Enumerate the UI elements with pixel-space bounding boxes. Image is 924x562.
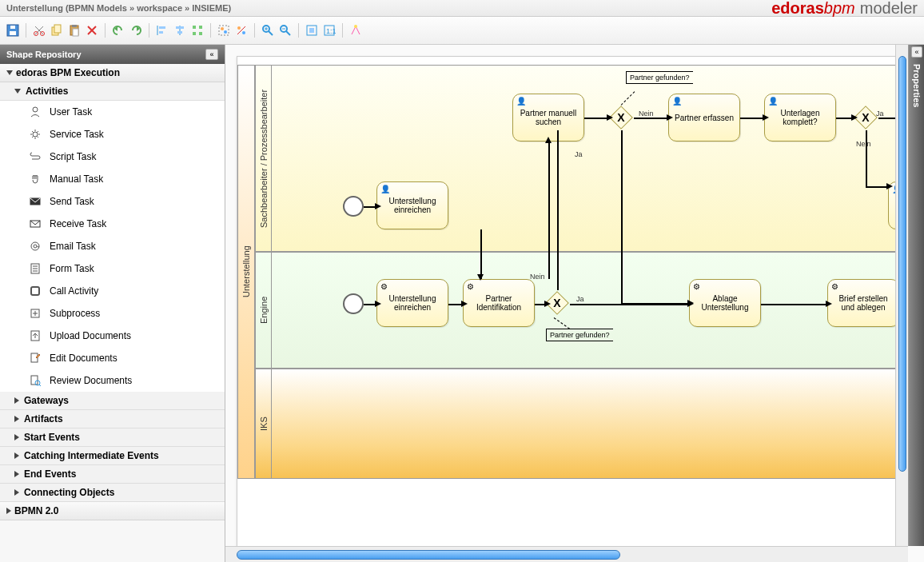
bpmn-task[interactable]: 👤Unterstellung einreichen xyxy=(376,181,448,229)
arrow-icon xyxy=(667,114,673,121)
shape-item[interactable]: Manual Task xyxy=(0,168,225,190)
svg-point-43 xyxy=(33,132,38,137)
svg-rect-60 xyxy=(31,287,39,295)
sequence-flow[interactable] xyxy=(866,186,888,188)
gear-icon xyxy=(29,128,42,141)
shape-item[interactable]: Upload Documents xyxy=(0,325,225,347)
paste-icon[interactable] xyxy=(68,24,81,37)
save-icon[interactable] xyxy=(6,24,19,37)
shape-item[interactable]: Script Task xyxy=(0,145,225,168)
horizontal-scrollbar[interactable] xyxy=(225,546,908,562)
undo-icon[interactable] xyxy=(112,24,125,37)
svg-line-35 xyxy=(286,31,290,35)
hand-icon xyxy=(29,173,42,185)
sequence-flow[interactable] xyxy=(634,118,668,119)
tree-group[interactable]: edoras BPM Execution xyxy=(0,64,225,82)
text-annotation[interactable]: Partner gefunden? xyxy=(626,71,693,84)
chevron-icon xyxy=(14,416,19,422)
bpmn-task[interactable]: 👤Partner manuell suchen xyxy=(512,94,584,141)
review-doc-icon xyxy=(29,374,42,387)
bpmn-task[interactable]: ⚙Brief erstellen und ablegen xyxy=(827,279,899,327)
canvas-area: UnterstellungSachbearbeiter / Prozessbea… xyxy=(225,45,924,562)
user-icon xyxy=(29,106,42,118)
redo-icon[interactable] xyxy=(129,24,142,37)
tree-subgroup[interactable]: End Events xyxy=(0,465,225,484)
panel-title: Shape Repository « xyxy=(0,45,225,64)
shape-item[interactable]: User Task xyxy=(0,101,225,123)
sequence-flow[interactable] xyxy=(621,130,623,303)
start-event[interactable] xyxy=(343,293,364,314)
zoom-out-icon[interactable] xyxy=(279,24,292,37)
svg-rect-66 xyxy=(31,376,38,385)
ungroup-icon[interactable] xyxy=(235,24,248,37)
group-icon[interactable] xyxy=(217,24,230,37)
tree-subgroup[interactable]: Connecting Objects xyxy=(0,484,225,502)
expand-properties-button[interactable]: « xyxy=(911,46,922,58)
shape-tree: edoras BPM ExecutionActivitiesUser TaskS… xyxy=(0,64,225,562)
svg-rect-1 xyxy=(10,31,16,35)
sequence-flow[interactable] xyxy=(866,130,867,186)
zoom-in-icon[interactable] xyxy=(261,24,274,37)
align-grid-icon[interactable] xyxy=(191,24,204,37)
vertical-scrollbar[interactable] xyxy=(895,45,908,546)
shape-item[interactable]: Service Task xyxy=(0,123,225,145)
tree-subgroup[interactable]: Start Events xyxy=(0,428,225,447)
bpmn-task[interactable]: 👤Partner erfassen xyxy=(668,94,740,141)
actual-size-icon[interactable]: 1:1 xyxy=(323,24,336,37)
text-annotation[interactable]: Partner gefunden? xyxy=(546,329,613,341)
align-left-icon[interactable] xyxy=(156,24,169,37)
arrow-icon xyxy=(461,301,468,307)
cut-icon[interactable] xyxy=(33,24,46,37)
tree-subgroup[interactable]: Activities xyxy=(0,82,225,101)
shape-item[interactable]: Subprocess xyxy=(0,302,225,325)
fit-page-icon[interactable] xyxy=(305,24,318,37)
svg-rect-16 xyxy=(159,31,163,34)
shape-repository-panel: Shape Repository « edoras BPM ExecutionA… xyxy=(0,45,225,562)
bpmn-task[interactable]: ⚙Ablage Unterstellung xyxy=(689,279,761,327)
flow-label: Nein xyxy=(639,110,654,118)
svg-point-42 xyxy=(33,107,38,112)
sequence-flow[interactable] xyxy=(740,118,764,119)
pool-label[interactable]: Unterstellung xyxy=(237,65,255,479)
bpmn-lane[interactable] xyxy=(255,369,908,479)
shape-item[interactable]: Receive Task xyxy=(0,213,225,235)
sequence-flow[interactable] xyxy=(557,130,559,290)
shape-item[interactable]: Send Task xyxy=(0,190,225,213)
align-center-icon[interactable] xyxy=(173,24,186,37)
start-event[interactable] xyxy=(343,196,364,217)
sequence-flow[interactable] xyxy=(570,304,689,305)
vertical-scroll-thumb[interactable] xyxy=(898,56,906,472)
shape-item[interactable]: Call Activity xyxy=(0,280,225,302)
sequence-flow[interactable] xyxy=(584,118,608,119)
canvas-scroll[interactable]: UnterstellungSachbearbeiter / Prozessbea… xyxy=(225,45,908,546)
shape-item[interactable]: Form Task xyxy=(0,257,225,280)
shape-item[interactable]: Review Documents xyxy=(0,369,225,392)
sequence-flow[interactable] xyxy=(480,229,482,279)
svg-point-25 xyxy=(221,27,224,30)
tree-subgroup[interactable]: Gateways xyxy=(0,392,225,410)
plus-box-icon xyxy=(29,307,42,320)
flow-label: Ja xyxy=(876,110,884,118)
arrow-icon xyxy=(826,301,832,307)
sequence-flow[interactable] xyxy=(761,304,827,305)
toolbar-separator xyxy=(26,23,26,38)
sequence-flow[interactable] xyxy=(548,141,550,279)
toolbar-separator xyxy=(149,23,149,38)
bpmn-canvas[interactable]: UnterstellungSachbearbeiter / Prozessbea… xyxy=(237,56,908,546)
bpmn-task[interactable]: ⚙Partner Identifikation xyxy=(463,279,535,327)
tree-group[interactable]: BPMN 2.0 xyxy=(0,502,225,520)
tree-subgroup[interactable]: Catching Intermediate Events xyxy=(0,447,225,465)
copy-icon[interactable] xyxy=(50,24,63,37)
shape-item[interactable]: Email Task xyxy=(0,235,225,257)
bpmn-task[interactable]: ⚙Unterstellung einreichen xyxy=(376,279,448,327)
bpmn-task[interactable]: 👤Unterlagen komplett? xyxy=(764,94,836,141)
collapse-sidebar-button[interactable]: « xyxy=(205,49,218,60)
horizontal-scroll-thumb[interactable] xyxy=(237,550,620,560)
call-icon xyxy=(29,285,42,297)
user-icon: 👤 xyxy=(672,97,682,106)
sequence-flow[interactable] xyxy=(836,118,853,119)
shape-item[interactable]: Edit Documents xyxy=(0,347,225,369)
highlight-icon[interactable] xyxy=(349,24,362,37)
delete-icon[interactable] xyxy=(86,24,98,37)
tree-subgroup[interactable]: Artifacts xyxy=(0,410,225,428)
